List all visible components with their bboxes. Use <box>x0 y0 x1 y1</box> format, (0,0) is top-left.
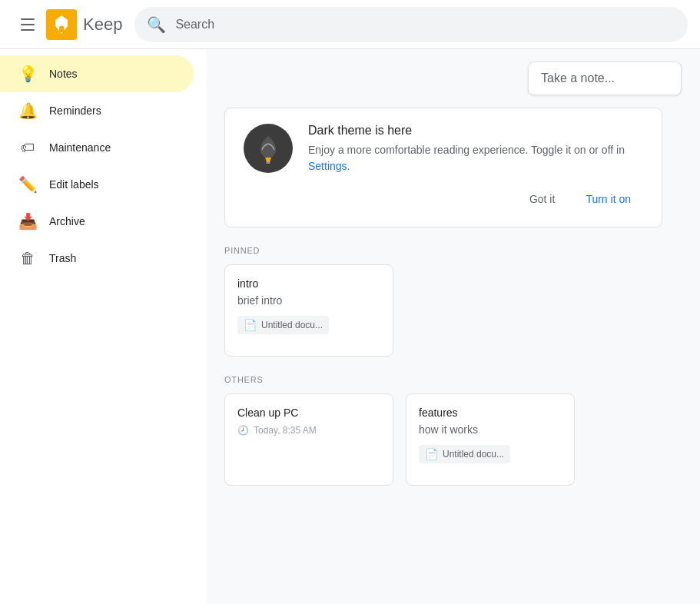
sidebar-item-reminders[interactable]: 🔔 Reminders <box>0 92 194 129</box>
doc-chip-icon: 📄 <box>244 319 257 331</box>
chip-label-intro: Untitled docu... <box>261 320 323 330</box>
note-body-intro: brief intro <box>237 294 380 307</box>
sidebar-item-label-archive: Archive <box>49 215 85 227</box>
note-body-features: how it works <box>419 423 562 436</box>
archive-icon: 📥 <box>18 212 37 231</box>
note-card-intro[interactable]: intro brief intro 📄 Untitled docu... <box>224 264 393 357</box>
note-chip-features: 📄 Untitled docu... <box>419 445 510 463</box>
note-card-features[interactable]: features how it works 📄 Untitled docu... <box>406 393 575 486</box>
note-card-cleanup[interactable]: Clean up PC 🕗 Today, 8:35 AM <box>224 393 393 486</box>
sidebar-item-maintenance[interactable]: 🏷 Maintenance <box>0 129 194 166</box>
sidebar-item-archive[interactable]: 📥 Archive <box>0 203 194 240</box>
menu-button[interactable] <box>12 9 43 40</box>
dark-theme-banner: Dark theme is here Enjoy a more comforta… <box>224 108 662 227</box>
sidebar-item-notes[interactable]: 💡 Notes <box>0 55 194 92</box>
turn-it-on-button[interactable]: Turn it on <box>573 187 643 211</box>
keep-logo-icon <box>46 9 77 40</box>
main-layout: 💡 Notes 🔔 Reminders 🏷 Maintenance ✏️ Edi… <box>0 49 700 604</box>
search-bar[interactable]: 🔍 <box>134 7 688 42</box>
note-title-features: features <box>419 407 562 419</box>
others-section: OTHERS Clean up PC 🕗 Today, 8:35 AM feat… <box>224 375 682 486</box>
sidebar-item-trash[interactable]: 🗑 Trash <box>0 240 194 277</box>
banner-text-content: Dark theme is here Enjoy a more comforta… <box>308 124 643 211</box>
banner-title: Dark theme is here <box>308 124 643 138</box>
others-section-label: OTHERS <box>224 375 682 384</box>
take-note-placeholder: Take a note... <box>541 71 615 85</box>
edit-labels-icon: ✏️ <box>18 175 37 194</box>
note-title-intro: intro <box>237 277 380 290</box>
pinned-notes-grid: intro brief intro 📄 Untitled docu... <box>224 264 682 357</box>
others-notes-grid: Clean up PC 🕗 Today, 8:35 AM features ho… <box>224 393 682 486</box>
search-input[interactable] <box>175 18 675 32</box>
note-chip-intro: 📄 Untitled docu... <box>237 316 329 334</box>
main-content: Take a note... Dark theme is here Enjoy … <box>206 49 700 604</box>
settings-link[interactable]: Settings <box>308 160 347 172</box>
pinned-section: PINNED intro brief intro 📄 Untitled docu… <box>224 246 682 357</box>
note-title-cleanup: Clean up PC <box>237 407 380 419</box>
sidebar-item-edit-labels[interactable]: ✏️ Edit labels <box>0 166 194 203</box>
timestamp-text-cleanup: Today, 8:35 AM <box>254 425 317 436</box>
sidebar-item-label-trash: Trash <box>49 252 76 264</box>
banner-avatar <box>244 124 293 173</box>
note-timestamp-cleanup: 🕗 Today, 8:35 AM <box>237 425 380 436</box>
banner-description: Enjoy a more comfortable reading experie… <box>308 142 643 174</box>
sidebar-item-label-edit-labels: Edit labels <box>49 178 99 191</box>
sidebar: 💡 Notes 🔔 Reminders 🏷 Maintenance ✏️ Edi… <box>0 49 206 604</box>
clock-icon: 🕗 <box>237 425 249 436</box>
maintenance-icon: 🏷 <box>18 140 37 156</box>
sidebar-item-label-maintenance: Maintenance <box>49 141 111 154</box>
svg-rect-3 <box>266 162 270 164</box>
got-it-button[interactable]: Got it <box>517 187 567 211</box>
header: Keep 🔍 <box>0 0 700 49</box>
search-icon: 🔍 <box>147 15 166 34</box>
dark-theme-icon <box>248 128 288 168</box>
sidebar-item-label-notes: Notes <box>49 68 78 80</box>
notes-icon: 💡 <box>18 65 37 83</box>
doc-chip-icon-features: 📄 <box>425 448 438 460</box>
chip-label-features: Untitled docu... <box>443 449 504 460</box>
svg-rect-1 <box>59 26 64 32</box>
app-logo: Keep <box>46 9 122 40</box>
sidebar-item-label-reminders: Reminders <box>49 105 101 117</box>
hamburger-icon <box>21 18 35 31</box>
banner-actions: Got it Turn it on <box>308 187 643 211</box>
trash-icon: 🗑 <box>18 250 37 267</box>
take-note-bar[interactable]: Take a note... <box>528 61 682 95</box>
pinned-section-label: PINNED <box>224 246 682 255</box>
app-name: Keep <box>83 15 122 35</box>
reminders-icon: 🔔 <box>18 101 37 120</box>
